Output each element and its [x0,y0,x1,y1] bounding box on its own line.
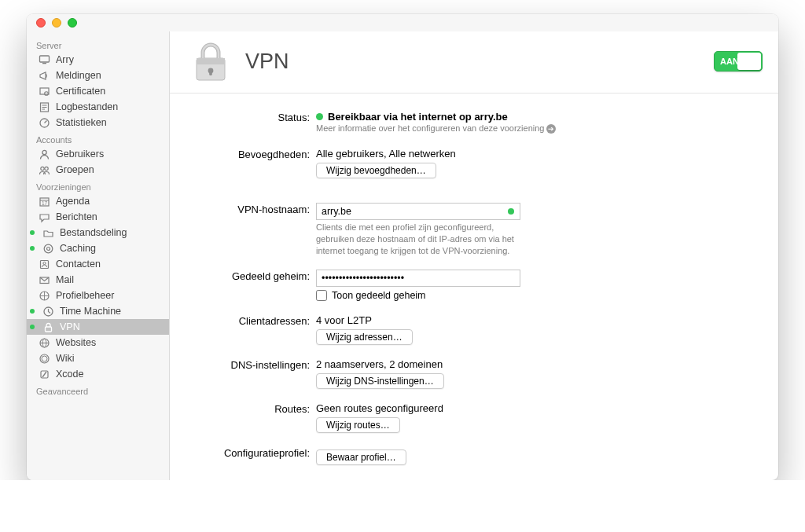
svg-line-9 [44,120,46,123]
svg-line-29 [42,372,46,377]
svg-point-17 [46,247,50,250]
sidebar-item-contacten[interactable]: Contacten [27,256,169,272]
status-dot-icon [30,246,35,251]
edit-permissions-button[interactable]: Wijzig bevoegdheden… [316,163,436,178]
server-app-window: ServerArryMeldingenCertificatenLogbestan… [27,14,778,480]
service-toggle[interactable]: AAN [714,51,763,72]
sidebar-item-profielbeheer[interactable]: Profielbeheer [27,288,169,303]
help-icon[interactable]: ➔ [546,124,556,134]
user-icon [38,148,50,160]
sidebar-item-time-machine[interactable]: Time Machine [27,303,169,319]
page-title: VPN [245,50,714,74]
sidebar-item-berichten[interactable]: Berichten [27,209,169,225]
routes-value: Geen routes geconfigureerd [316,402,583,414]
status-hint: Meer informatie over het configureren va… [316,123,544,133]
status-label: Status: [170,111,316,134]
svg-point-19 [42,262,45,264]
sidebar-item-label: Logbestanden [56,101,161,112]
sidebar-item-mail[interactable]: Mail [27,272,169,288]
svg-rect-23 [45,327,51,332]
chat-icon [38,211,50,223]
cache-icon [42,242,54,255]
calendar-icon: 17 [38,195,50,207]
sidebar-item-xcode[interactable]: Xcode [27,366,169,382]
dns-label: DNS-instellingen: [170,358,316,389]
sidebar-item-bestandsdeling[interactable]: Bestandsdeling [27,225,169,240]
sidebar-item-caching[interactable]: Caching [27,240,169,256]
hostname-hint: Clients die met een profiel zijn geconfi… [316,222,520,257]
toggle-knob [737,53,761,70]
shared-secret-input[interactable] [316,270,520,287]
sidebar-item-certificaten[interactable]: Certificaten [27,83,169,99]
status-dot-icon [30,230,35,235]
sidebar-section-title: Geavanceerd [27,382,169,398]
sidebar-item-arry[interactable]: Arry [27,52,169,68]
sidebar-item-label: Caching [60,243,161,254]
svg-point-11 [40,167,43,170]
globe-icon [38,336,50,349]
profile-label: Configuratieprofiel: [170,446,316,465]
show-secret-checkbox[interactable]: Toon gedeeld geheim [316,290,583,301]
svg-point-12 [44,167,47,170]
sidebar-item-gebruikers[interactable]: Gebruikers [27,146,169,162]
sidebar-item-label: Meldingen [56,70,161,81]
sidebar-item-meldingen[interactable]: Meldingen [27,68,169,83]
sidebar-item-vpn[interactable]: VPN [27,319,169,335]
hostname-status-dot-icon [508,208,514,215]
clients-value: 4 voor L2TP [316,314,583,326]
folder-icon [42,226,54,239]
sidebar-item-logbestanden[interactable]: Logbestanden [27,99,169,115]
sidebar-item-groepen[interactable]: Groepen [27,162,169,178]
sidebar-item-label: Arry [56,54,161,65]
sidebar-item-label: Certificaten [56,86,161,97]
main-panel: VPN AAN Status: Bereikbaar via het inter… [170,31,778,480]
svg-rect-0 [39,56,49,62]
svg-rect-1 [42,63,46,64]
show-secret-label: Toon gedeeld geheim [332,290,426,301]
save-profile-button[interactable]: Bewaar profiel… [316,449,406,465]
permissions-label: Bevoegdheden: [170,148,316,178]
sidebar-item-agenda[interactable]: 17Agenda [27,193,169,209]
hostname-label: VPN-hostnaam: [170,203,316,257]
close-window-button[interactable] [36,18,46,28]
certificate-icon [38,85,50,97]
secret-label: Gedeeld geheim: [170,270,316,301]
sidebar-item-wiki[interactable]: Wiki [27,350,169,366]
sidebar-item-label: Gebruikers [56,149,161,160]
minimize-window-button[interactable] [52,18,61,28]
monitor-icon [38,53,50,66]
sidebar-item-websites[interactable]: Websites [27,335,169,350]
tm-icon [42,305,54,317]
edit-routes-button[interactable]: Wijzig routes… [316,417,400,433]
edit-dns-button[interactable]: Wijzig DNS-instellingen… [316,373,444,389]
wiki-icon [38,352,50,365]
gauge-icon [38,116,50,129]
group-icon [38,163,50,176]
edit-addresses-button[interactable]: Wijzig adressen… [316,329,413,345]
svg-text:17: 17 [41,200,47,206]
clients-label: Clientadressen: [170,314,316,345]
sidebar-item-label: Berichten [56,211,161,222]
svg-rect-33 [209,71,212,75]
permissions-value: Alle gebruikers, Alle netwerken [316,148,583,160]
svg-point-3 [44,91,48,95]
sidebar-item-label: Websites [56,337,161,348]
status-dot-icon [30,325,35,329]
sidebar-item-label: VPN [60,321,161,332]
dns-value: 2 naamservers, 2 domeinen [316,358,583,370]
sidebar-item-label: Profielbeheer [56,290,161,301]
profile-icon [38,289,50,302]
sidebar-section-title: Server [27,36,169,52]
show-secret-box[interactable] [316,290,327,301]
sidebar-item-statistieken[interactable]: Statistieken [27,115,169,130]
settings-form: Status: Bereikbaar via het internet op a… [170,94,778,480]
sidebar-item-label: Time Machine [60,306,161,317]
svg-point-10 [42,150,46,154]
titlebar [27,14,778,31]
status-dot-icon [30,309,35,314]
zoom-window-button[interactable] [68,18,77,28]
sidebar-item-label: Mail [56,274,161,285]
hostname-input[interactable] [316,203,520,220]
sidebar-item-label: Xcode [56,369,161,380]
service-header: VPN AAN [170,31,778,94]
